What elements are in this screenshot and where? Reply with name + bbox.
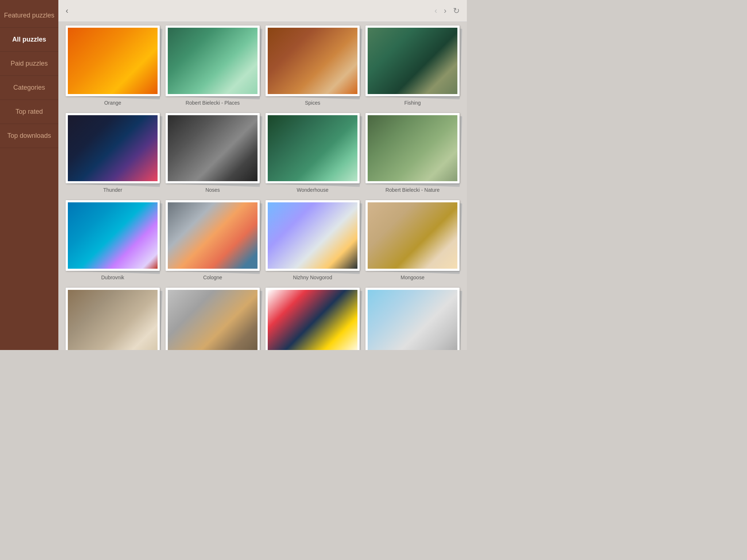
puzzle-photo [166, 200, 260, 271]
puzzle-item-statue[interactable]: Statue [365, 288, 460, 350]
puzzle-thumbnail [368, 28, 457, 94]
puzzle-label: Noses [205, 187, 220, 193]
puzzle-photo [66, 200, 160, 271]
sidebar-item-featured[interactable]: Featured puzzles [0, 4, 58, 28]
puzzle-item-nature[interactable]: Robert Bielecki - Nature [365, 113, 460, 193]
puzzle-photo-wrap [266, 288, 360, 350]
puzzle-label: Robert Bielecki - Nature [386, 187, 440, 193]
puzzle-item-mongoose[interactable]: Mongoose [365, 200, 460, 280]
puzzle-thumbnail [68, 290, 158, 350]
puzzle-photo [266, 26, 360, 96]
puzzle-photo-wrap [365, 288, 460, 350]
puzzle-thumbnail [168, 115, 258, 182]
puzzle-photo-wrap [365, 200, 460, 271]
puzzle-label: Cologne [203, 275, 222, 280]
puzzle-photo [365, 113, 460, 184]
puzzle-label: Dubrovnik [101, 275, 124, 280]
puzzle-label: Wonderhouse [297, 187, 329, 193]
puzzle-photo [365, 200, 460, 271]
back-button[interactable]: ‹ [66, 6, 70, 16]
puzzle-photo [66, 288, 160, 350]
puzzle-thumbnail [368, 202, 457, 269]
puzzle-thumbnail [368, 290, 457, 350]
puzzle-item-cats[interactable]: Cats [66, 288, 160, 350]
puzzle-grid-container: Orange Robert Bielecki - Places Spices [58, 22, 467, 350]
puzzle-thumbnail [268, 28, 357, 94]
nav-forward-button[interactable]: › [444, 6, 446, 16]
nav-back-button[interactable]: ‹ [434, 6, 437, 16]
puzzle-photo [166, 26, 260, 96]
puzzle-item-noses[interactable]: Noses [166, 113, 260, 193]
puzzle-item-thunder[interactable]: Thunder [66, 113, 160, 193]
puzzle-label: Spices [305, 100, 320, 106]
puzzle-thumbnail [68, 202, 158, 269]
puzzle-photo-wrap [266, 200, 360, 271]
puzzle-grid: Orange Robert Bielecki - Places Spices [66, 26, 460, 350]
puzzle-photo-wrap [66, 113, 160, 184]
puzzle-photo-wrap [66, 26, 160, 96]
puzzle-label: Thunder [103, 187, 122, 193]
puzzle-photo [166, 113, 260, 184]
puzzle-photo [266, 200, 360, 271]
sidebar-item-categories[interactable]: Categories [0, 76, 58, 100]
puzzle-item-nizhny[interactable]: Nizhny Novgorod [266, 200, 360, 280]
puzzle-item-wonderhouse[interactable]: Wonderhouse [266, 113, 360, 193]
header-navigation: ‹ › ↻ [434, 6, 460, 16]
puzzle-item-building[interactable]: Building [166, 288, 260, 350]
puzzle-photo [66, 113, 160, 184]
puzzle-photo-wrap [166, 200, 260, 271]
puzzle-label: Robert Bielecki - Places [186, 100, 240, 106]
refresh-button[interactable]: ↻ [453, 6, 460, 16]
puzzle-item-mondrian[interactable]: Mondrian [266, 288, 360, 350]
puzzle-photo [365, 26, 460, 96]
puzzle-thumbnail [168, 202, 258, 269]
header: ‹ ‹ › ↻ [58, 0, 467, 22]
puzzle-photo-wrap [166, 288, 260, 350]
puzzle-thumbnail [268, 115, 357, 182]
sidebar-item-top-downloads[interactable]: Top downloads [0, 124, 58, 148]
puzzle-photo [66, 26, 160, 96]
puzzle-label: Orange [104, 100, 121, 106]
puzzle-item-cologne[interactable]: Cologne [166, 200, 260, 280]
puzzle-photo [365, 288, 460, 350]
puzzle-photo-wrap [365, 113, 460, 184]
puzzle-photo-wrap [166, 113, 260, 184]
puzzle-label: Fishing [404, 100, 421, 106]
puzzle-item-dubrovnik[interactable]: Dubrovnik [66, 200, 160, 280]
puzzle-label: Nizhny Novgorod [293, 275, 332, 280]
main-content: ‹ ‹ › ↻ Orange [58, 0, 467, 350]
sidebar-item-paid[interactable]: Paid puzzles [0, 52, 58, 76]
sidebar-item-top-rated[interactable]: Top rated [0, 100, 58, 124]
sidebar: Featured puzzlesAll puzzlesPaid puzzlesC… [0, 0, 58, 350]
puzzle-thumbnail [368, 115, 457, 182]
puzzle-thumbnail [168, 290, 258, 350]
puzzle-photo-wrap [266, 26, 360, 96]
puzzle-thumbnail [68, 115, 158, 182]
puzzle-label: Mongoose [400, 275, 424, 280]
puzzle-thumbnail [168, 28, 258, 94]
back-chevron-icon: ‹ [66, 6, 68, 16]
puzzle-photo [266, 113, 360, 184]
puzzle-item-fishing[interactable]: Fishing [365, 26, 460, 106]
puzzle-thumbnail [68, 28, 158, 94]
puzzle-photo-wrap [266, 113, 360, 184]
puzzle-thumbnail [268, 290, 357, 350]
puzzle-photo [166, 288, 260, 350]
puzzle-photo-wrap [66, 288, 160, 350]
sidebar-item-all[interactable]: All puzzles [0, 28, 58, 52]
puzzle-thumbnail [268, 202, 357, 269]
puzzle-item-orange[interactable]: Orange [66, 26, 160, 106]
puzzle-photo-wrap [365, 26, 460, 96]
puzzle-item-spices[interactable]: Spices [266, 26, 360, 106]
puzzle-photo-wrap [66, 200, 160, 271]
puzzle-photo [266, 288, 360, 350]
puzzle-item-places[interactable]: Robert Bielecki - Places [166, 26, 260, 106]
puzzle-photo-wrap [166, 26, 260, 96]
